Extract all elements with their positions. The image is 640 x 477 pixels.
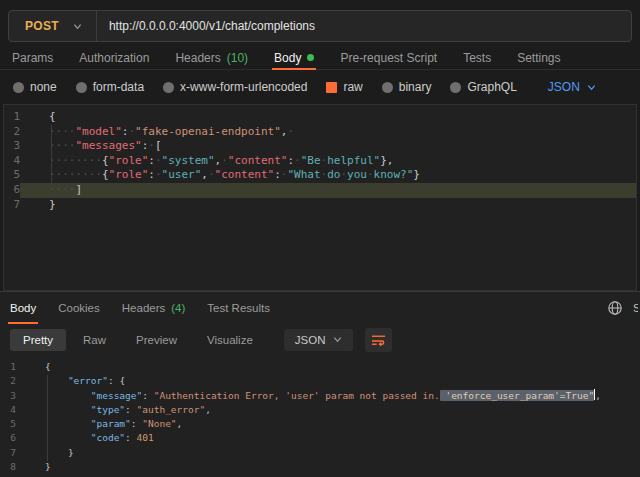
token: }, — [380, 154, 393, 167]
body-type-none[interactable]: none — [13, 80, 57, 94]
token: , — [205, 404, 211, 415]
code-text: } — [20, 198, 636, 213]
body-type-label: GraphQL — [467, 80, 516, 94]
view-preview[interactable]: Preview — [123, 329, 190, 351]
body-type-label: x-www-form-urlencoded — [180, 80, 307, 94]
radio-icon — [382, 82, 393, 93]
indent-guide — [51, 125, 52, 198]
response-tabs: BodyCookiesHeaders(4)Test Results S — [0, 291, 640, 323]
whitespace-dots: · — [148, 139, 155, 152]
token — [45, 404, 91, 415]
whitespace-dots: ········ — [49, 154, 102, 167]
body-type-raw[interactable]: raw — [326, 80, 362, 94]
token: } — [45, 461, 51, 472]
view-visualize[interactable]: Visualize — [194, 329, 266, 351]
line-number: 2 — [4, 125, 20, 140]
request-body-editor[interactable]: 1{2····"model":·"fake-openai-endpoint",·… — [3, 104, 637, 291]
view-raw[interactable]: Raw — [70, 329, 119, 351]
tab-params[interactable]: Params — [12, 46, 53, 69]
code-line[interactable]: 5········{"role":·"user",·"content":·"Wh… — [4, 168, 636, 183]
response-body-viewer[interactable]: 1{2 "error": {3 "message": "Authenticati… — [0, 356, 640, 477]
view-pretty[interactable]: Pretty — [10, 329, 66, 351]
token: "auth_error" — [137, 404, 206, 415]
code-text: "param": "None", — [16, 417, 640, 431]
token: "model" — [76, 125, 122, 138]
body-type-x-www-form-urlencoded[interactable]: x-www-form-urlencoded — [163, 80, 307, 94]
code-line[interactable]: 2····"model":·"fake-openai-endpoint",· — [4, 125, 636, 140]
body-type-binary[interactable]: binary — [382, 80, 432, 94]
token: "type" — [91, 404, 125, 415]
word-wrap-button[interactable] — [365, 328, 392, 352]
token: } — [49, 198, 56, 211]
token — [45, 418, 91, 429]
code-line[interactable]: 8} — [0, 460, 640, 474]
token: [ — [155, 139, 162, 152]
response-tab-label: Headers — [122, 302, 165, 314]
body-type-graphql[interactable]: GraphQL — [450, 80, 516, 94]
code-line[interactable]: 5 "param": "None", — [0, 417, 640, 431]
body-type-form-data[interactable]: form-data — [76, 80, 144, 94]
radio-icon — [76, 82, 87, 93]
code-line[interactable]: 3····"messages":·[ — [4, 139, 636, 154]
whitespace-dots: ···· — [49, 139, 76, 152]
code-line[interactable]: 1{ — [0, 360, 640, 374]
line-number: 3 — [0, 389, 16, 403]
response-toolbar: PrettyRawPreviewVisualize JSON — [0, 323, 640, 356]
tab-body[interactable]: Body — [274, 46, 314, 69]
token: 'enforce_user_param'=True" — [440, 390, 594, 401]
line-number: 1 — [0, 360, 16, 374]
response-tab-label: Test Results — [207, 302, 270, 314]
token: { — [49, 110, 56, 123]
tab-authorization[interactable]: Authorization — [79, 46, 149, 69]
globe-icon[interactable] — [607, 300, 623, 316]
token: : — [131, 418, 142, 429]
line-number: 2 — [0, 374, 16, 388]
code-line[interactable]: 7 } — [0, 446, 640, 460]
line-number: 8 — [0, 460, 16, 474]
code-line[interactable]: 3 "message": "Authentication Error, 'use… — [0, 389, 640, 403]
body-language-select[interactable]: JSON — [548, 80, 596, 94]
code-line[interactable]: 4 "type": "auth_error", — [0, 403, 640, 417]
tab-settings[interactable]: Settings — [517, 46, 560, 69]
token: you — [347, 168, 367, 181]
code-text: { — [16, 360, 640, 374]
code-text: } — [16, 460, 640, 474]
method-selector[interactable]: POST — [9, 19, 96, 33]
token — [45, 390, 91, 401]
tab-label: Settings — [517, 51, 560, 65]
tab-pre-request-script[interactable]: Pre-request Script — [340, 46, 437, 69]
token: { — [45, 361, 51, 372]
token: "error" — [68, 375, 108, 386]
response-tab-test-results[interactable]: Test Results — [207, 292, 270, 323]
token: helpful" — [327, 154, 380, 167]
line-number: 5 — [4, 168, 20, 183]
url-input[interactable]: http://0.0.0.0:4000/v1/chat/completions — [97, 19, 327, 33]
code-line[interactable]: 7} — [4, 198, 636, 213]
request-url-row: POST http://0.0.0.0:4000/v1/chat/complet… — [0, 0, 640, 46]
tab-headers[interactable]: Headers(10) — [175, 46, 248, 69]
tab-label: Params — [12, 51, 53, 65]
token: "content" — [215, 168, 275, 181]
code-line[interactable]: 6 "code": 401 — [0, 431, 640, 445]
response-tab-headers[interactable]: Headers(4) — [122, 292, 186, 323]
code-text: ····"model":·"fake-openai-endpoint",· — [20, 125, 636, 140]
whitespace-dots: · — [294, 154, 301, 167]
tab-tests[interactable]: Tests — [463, 46, 491, 69]
token — [45, 447, 68, 458]
token: { — [119, 375, 125, 386]
code-line[interactable]: 1{ — [4, 110, 636, 125]
response-tab-cookies[interactable]: Cookies — [58, 292, 100, 323]
token: "content" — [228, 154, 288, 167]
token: "code" — [91, 432, 125, 443]
token: "Authentication Error, 'user' param not … — [154, 390, 440, 401]
token — [45, 375, 68, 386]
code-line[interactable]: 6····] — [4, 183, 636, 198]
tab-label: Headers — [175, 51, 220, 65]
code-text: ········{"role":·"system",·"content":·"B… — [20, 154, 636, 169]
chevron-down-icon — [587, 83, 596, 92]
code-line[interactable]: 2 "error": { — [0, 374, 640, 388]
response-language-select[interactable]: JSON — [284, 329, 354, 351]
code-line[interactable]: 4········{"role":·"system",·"content":·"… — [4, 154, 636, 169]
token: : — [148, 154, 155, 167]
response-tab-body[interactable]: Body — [10, 292, 36, 323]
